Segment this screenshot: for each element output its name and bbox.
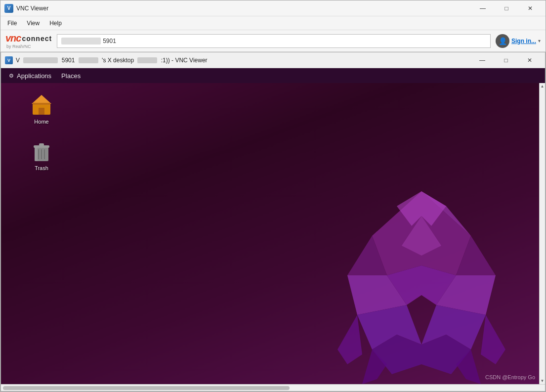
- svg-marker-22: [481, 315, 505, 364]
- jellyfish-svg: [298, 176, 545, 384]
- user-icon: 👤: [496, 34, 509, 48]
- maximize-button[interactable]: □: [495, 1, 518, 15]
- address-bar-wrapper: 5901: [57, 34, 491, 48]
- home-icon[interactable]: Home: [22, 91, 61, 127]
- inner-window-controls: — □ ✕: [471, 53, 541, 67]
- bottom-scrollbar[interactable]: [1, 384, 545, 391]
- watermark-text: CSDN @Entropy Go: [485, 374, 535, 380]
- inner-title-suffix: 's X desktop: [102, 57, 134, 64]
- inner-title-bar: V V 5901 's X desktop :1)) - VNC Viewer …: [1, 52, 545, 68]
- svg-rect-10: [35, 147, 38, 161]
- outer-title-text: VNC Viewer: [16, 5, 471, 12]
- window-controls: — □ ✕: [471, 1, 542, 15]
- svg-rect-3: [33, 103, 50, 105]
- trash-label: Trash: [35, 165, 48, 171]
- sign-in-area[interactable]: 👤 Sign in... ▾: [496, 34, 541, 48]
- svg-marker-24: [337, 315, 362, 364]
- minimize-button[interactable]: —: [471, 1, 494, 15]
- masked-ip: [61, 38, 101, 44]
- inner-title-masked-ip2: [137, 57, 157, 63]
- toolbar: vnc connect by RealVNC 5901 👤 Sign in...…: [0, 30, 546, 52]
- trash-icon[interactable]: Trash: [22, 137, 61, 173]
- dropdown-icon[interactable]: ▾: [538, 38, 541, 44]
- right-scrollbar[interactable]: ▲ ▼: [539, 83, 545, 384]
- vnc-brand-connect: connect: [22, 35, 52, 43]
- scroll-up-arrow[interactable]: ▲: [540, 83, 545, 89]
- inner-title-prefix: V: [16, 57, 20, 64]
- help-menu[interactable]: Help: [44, 18, 67, 29]
- home-folder-icon: [30, 93, 53, 117]
- inner-close-button[interactable]: ✕: [518, 53, 541, 67]
- inner-title-port: 5901: [62, 57, 75, 64]
- sign-in-button[interactable]: Sign in...: [511, 38, 536, 44]
- view-menu[interactable]: View: [22, 18, 44, 29]
- home-label: Home: [34, 119, 48, 125]
- applications-menu[interactable]: ⚙ Applications: [5, 70, 55, 82]
- inner-app-icon: V: [5, 56, 13, 64]
- inner-title-display: :1)) - VNC Viewer: [161, 57, 208, 64]
- inner-title-text: V 5901 's X desktop :1)) - VNC Viewer: [16, 57, 471, 64]
- close-button[interactable]: ✕: [519, 1, 542, 15]
- trash-bin-icon: [30, 139, 53, 163]
- applications-label: Applications: [17, 72, 51, 80]
- outer-vnc-window: V VNC Viewer — □ ✕ File View Help vnc co…: [0, 0, 546, 392]
- desktop: Home: [1, 83, 545, 384]
- vnc-logo: vnc connect by RealVNC: [5, 33, 52, 49]
- places-menu[interactable]: Places: [57, 70, 84, 82]
- jellyfish-decoration: [298, 176, 545, 384]
- app-icon: V: [4, 4, 13, 13]
- inner-title-masked-host: [23, 57, 58, 63]
- file-menu[interactable]: File: [2, 18, 22, 29]
- address-port: 5901: [103, 38, 116, 44]
- vnc-brand-by: by RealVNC: [6, 44, 31, 49]
- scroll-down-arrow[interactable]: ▼: [540, 378, 545, 384]
- inner-vnc-window: V V 5901 's X desktop :1)) - VNC Viewer …: [0, 52, 546, 392]
- scroll-thumb[interactable]: [3, 386, 290, 390]
- svg-marker-20: [372, 335, 471, 374]
- inner-title-masked-user: [79, 57, 98, 63]
- svg-rect-2: [39, 108, 44, 115]
- svg-rect-9: [39, 143, 44, 146]
- vnc-brand-vnc: vnc: [5, 33, 21, 44]
- inner-maximize-button[interactable]: □: [495, 53, 517, 67]
- outer-title-bar: V VNC Viewer — □ ✕: [0, 0, 546, 16]
- inner-minimize-button[interactable]: —: [471, 53, 494, 67]
- address-bar[interactable]: 5901: [57, 34, 491, 48]
- gnome-top-bar: ⚙ Applications Places: [1, 68, 545, 83]
- svg-marker-1: [32, 95, 51, 104]
- menu-bar: File View Help: [0, 16, 546, 30]
